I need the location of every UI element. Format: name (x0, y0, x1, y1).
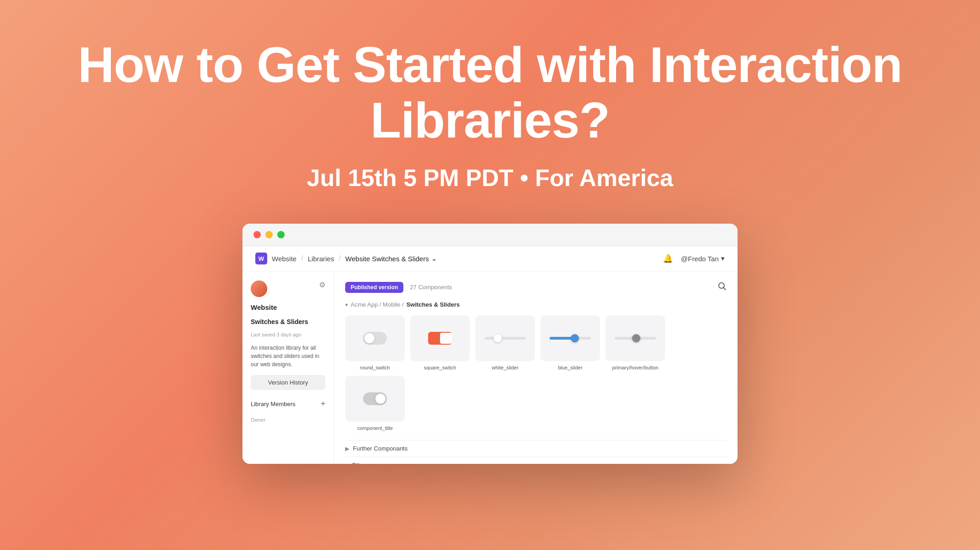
breadcrumb-toggle-icon[interactable]: ▾ (345, 302, 348, 308)
gear-icon[interactable]: ⚙ (319, 280, 325, 289)
sidebar-meta: Last saved 3 days ago (251, 332, 325, 337)
further-chevron-icon: ▶ (345, 446, 349, 452)
others-chevron-icon: ▾ (345, 462, 348, 464)
nav-current-page[interactable]: Website Switches & Sliders ⌄ (345, 254, 437, 263)
blue-slider-label: blue_slider (558, 365, 582, 370)
hero-subtitle: Jul 15th 5 PM PDT • For America (9, 164, 971, 192)
sidebar-subtitle: Switches & Sliders (251, 318, 325, 325)
bell-icon[interactable]: 🔔 (663, 253, 673, 264)
further-components-label: Further Componants (353, 445, 407, 452)
avatar (251, 280, 267, 297)
nav-dropdown-icon: ⌄ (431, 254, 437, 263)
others-section[interactable]: ▾ Others (345, 456, 727, 464)
component-grid: round_switch square_switch (345, 315, 727, 431)
panel-header: Published version 27 Components (345, 281, 727, 293)
nav-logo[interactable]: W (255, 253, 267, 264)
square-switch-track (428, 332, 452, 345)
component-item-round-switch[interactable]: round_switch (345, 315, 405, 370)
component-card-blue-slider (540, 315, 600, 361)
component-item-white-slider[interactable]: white_slider (475, 315, 535, 370)
square-switch-thumb (440, 333, 452, 344)
sidebar-header: ⚙ (251, 280, 325, 297)
svg-line-1 (724, 288, 726, 290)
white-slider-thumb (494, 334, 502, 342)
component-item-blue-slider[interactable]: blue_slider (540, 315, 600, 370)
search-button[interactable] (717, 281, 727, 293)
breadcrumb-path: Acme App / Mobile / (351, 301, 404, 308)
component-card-primary-slider (606, 315, 665, 361)
component-card-component-title (345, 376, 405, 422)
round-switch-label: round_switch (360, 365, 390, 370)
version-history-button[interactable]: Version History (251, 375, 325, 390)
app-window: W Website / Libraries / Website Switches… (242, 224, 738, 464)
white-slider-label: white_slider (492, 365, 518, 370)
others-label: Others (352, 462, 369, 464)
further-components-section[interactable]: ▶ Further Componants (345, 440, 727, 456)
sidebar-title: Website (251, 303, 325, 312)
breadcrumb-row: ▾ Acme App / Mobile / Switches & Sliders (345, 301, 727, 308)
published-badge: Published version (345, 282, 403, 293)
nav-libraries[interactable]: Libraries (308, 255, 334, 263)
library-members-label: Library Members (251, 401, 296, 407)
primary-slider-label: primary/hover/button (612, 365, 659, 370)
traffic-light-yellow[interactable] (265, 231, 273, 238)
title-bar (242, 224, 738, 246)
components-count: 27 Components (410, 284, 452, 291)
comp-switch-thumb (375, 394, 385, 404)
gray-slider-thumb (632, 334, 640, 342)
blue-slider-thumb (571, 334, 579, 342)
component-item-component-title[interactable]: component_title (345, 376, 405, 431)
component-item-square-switch[interactable]: square_switch (410, 315, 470, 370)
main-content: ⚙ Website Switches & Sliders Last saved … (242, 271, 738, 464)
component-card-square-switch (410, 315, 470, 361)
nav-right: 🔔 @Fredo Tan ▾ (663, 253, 725, 264)
round-switch-track (363, 332, 387, 345)
right-panel: Published version 27 Components ▾ Acme A… (334, 271, 738, 464)
sidebar-description: An interaction library for all switches … (251, 344, 325, 368)
sidebar: ⚙ Website Switches & Sliders Last saved … (242, 271, 334, 464)
breadcrumb-current: Switches & Sliders (407, 301, 460, 308)
white-slider-track (484, 337, 526, 340)
component-card-white-slider (475, 315, 535, 361)
nav-user[interactable]: @Fredo Tan ▾ (681, 254, 725, 263)
square-switch-label: square_switch (424, 365, 456, 370)
round-switch-thumb (364, 333, 374, 343)
add-member-icon[interactable]: + (320, 399, 325, 409)
traffic-light-red[interactable] (253, 231, 261, 238)
blue-slider-track (550, 337, 591, 340)
component-title-label: component_title (357, 425, 393, 431)
library-members-section: Library Members + (251, 399, 325, 409)
avatar-image (251, 280, 267, 297)
hero-title: How to Get Started with Interaction Libr… (9, 37, 971, 148)
traffic-light-green[interactable] (277, 231, 285, 238)
hero-section: How to Get Started with Interaction Libr… (0, 0, 980, 219)
nav-bar: W Website / Libraries / Website Switches… (242, 246, 738, 271)
component-item-primary-slider[interactable]: primary/hover/button (606, 315, 665, 370)
panel-header-left: Published version 27 Components (345, 282, 452, 293)
nav-website[interactable]: Website (272, 255, 297, 263)
user-dropdown-icon: ▾ (721, 254, 725, 263)
comp-switch-track (363, 392, 387, 405)
nav-sep-1: / (301, 254, 303, 263)
owner-label: Owner (251, 417, 325, 423)
nav-left: W Website / Libraries / Website Switches… (255, 253, 437, 264)
component-card-round-switch (345, 315, 405, 361)
nav-sep-2: / (339, 254, 341, 263)
